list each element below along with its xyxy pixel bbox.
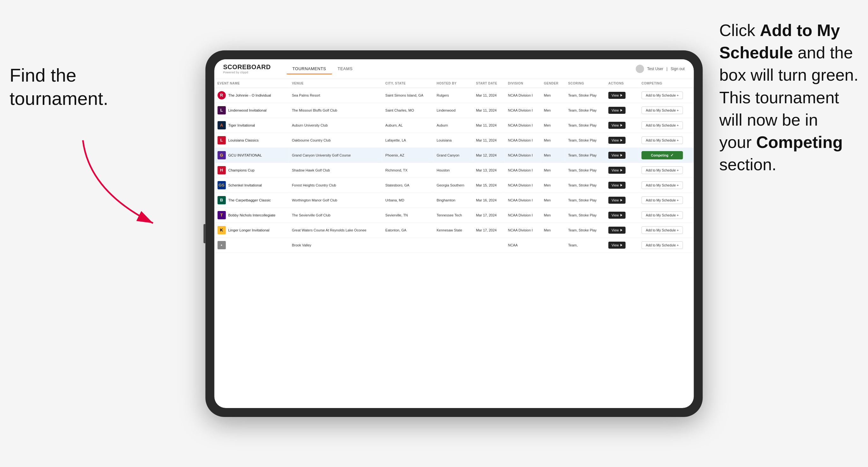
start-date-cell: Mar 12, 2024 — [473, 148, 505, 162]
logo-text: SCOREBOARD — [223, 64, 271, 70]
division-cell: NCAA Division I — [505, 133, 540, 148]
view-button[interactable]: View — [609, 122, 626, 129]
start-date-cell — [473, 238, 505, 252]
view-button[interactable]: View — [609, 197, 626, 204]
hosted-by-cell: Rutgers — [434, 88, 473, 103]
gender-cell: Men — [540, 88, 565, 103]
actions-cell: View — [605, 118, 639, 133]
scoring-cell: Team, Stroke Play — [565, 192, 605, 208]
venue-cell: The Missouri Bluffs Golf Club — [289, 103, 382, 118]
division-cell: NCAA Division I — [505, 222, 540, 238]
actions-cell: View — [605, 178, 639, 192]
left-arrow — [70, 134, 172, 236]
start-date-cell: Mar 11, 2024 — [473, 133, 505, 148]
tablet-frame: SCOREBOARD Powered by clippd TOURNAMENTS… — [205, 50, 703, 417]
event-name-cell: • — [214, 238, 289, 252]
city-state-cell: Phoenix, AZ — [382, 148, 434, 162]
tab-tournaments[interactable]: TOURNAMENTS — [286, 64, 332, 74]
scoring-cell: Team, Stroke Play — [565, 148, 605, 162]
actions-cell: View — [605, 222, 639, 238]
table-row: L Lindenwood Invitational The Missouri B… — [214, 103, 694, 118]
scoring-cell: Team, Stroke Play — [565, 178, 605, 192]
add-to-schedule-button[interactable]: Add to My Schedule + — [642, 211, 683, 219]
table-row: G GCU INVITATIONAL Grand Canyon Universi… — [214, 148, 694, 162]
add-to-schedule-button[interactable]: Add to My Schedule + — [642, 136, 683, 144]
play-icon — [620, 124, 622, 127]
view-button[interactable]: View — [609, 227, 626, 234]
division-cell: NCAA Division I — [505, 148, 540, 162]
view-button[interactable]: View — [609, 167, 626, 174]
gender-cell: Men — [540, 148, 565, 162]
venue-cell: The Sevierville Golf Club — [289, 208, 382, 222]
separator: | — [666, 67, 668, 71]
competing-cell: Add to My Schedule + — [639, 222, 694, 238]
tablet-screen: SCOREBOARD Powered by clippd TOURNAMENTS… — [214, 59, 694, 408]
side-button — [204, 224, 205, 243]
venue-cell: Grand Canyon University Golf Course — [289, 148, 382, 162]
view-button[interactable]: View — [609, 107, 626, 114]
city-state-cell: Lafayette, LA — [382, 133, 434, 148]
signout-link[interactable]: Sign out — [671, 67, 685, 71]
user-label: Test User — [647, 67, 663, 71]
competing-button[interactable]: Competing ✓ — [642, 151, 683, 159]
event-name-cell: L Louisiana Classics — [214, 133, 289, 148]
col-actions: ACTIONS — [605, 79, 639, 88]
start-date-cell: Mar 17, 2024 — [473, 208, 505, 222]
hosted-by-cell: Houston — [434, 162, 473, 178]
division-cell: NCAA Division I — [505, 88, 540, 103]
hosted-by-cell — [434, 238, 473, 252]
col-competing: COMPETING — [639, 79, 694, 88]
col-scoring: SCORING — [565, 79, 605, 88]
hosted-by-cell: Auburn — [434, 118, 473, 133]
division-cell: NCAA Division I — [505, 208, 540, 222]
team-logo: B — [217, 196, 226, 204]
gender-cell: Men — [540, 162, 565, 178]
view-button[interactable]: View — [609, 92, 626, 99]
tab-teams[interactable]: TEAMS — [332, 64, 358, 74]
view-button[interactable]: View — [609, 152, 626, 159]
table-container: EVENT NAME VENUE CITY, STATE HOSTED BY S… — [214, 79, 694, 408]
annotation-left: Find the tournament. — [9, 64, 108, 110]
start-date-cell: Mar 11, 2024 — [473, 118, 505, 133]
view-button[interactable]: View — [609, 182, 626, 189]
scoring-cell: Team, Stroke Play — [565, 222, 605, 238]
event-name-text: Lindenwood Invitational — [228, 108, 267, 112]
city-state-cell: Urbana, MD — [382, 192, 434, 208]
hosted-by-cell: Georgia Southern — [434, 178, 473, 192]
event-name-text: Louisiana Classics — [228, 138, 258, 142]
gender-cell: Men — [540, 178, 565, 192]
play-icon — [620, 214, 622, 216]
add-to-schedule-button[interactable]: Add to My Schedule + — [642, 106, 683, 114]
view-button[interactable]: View — [609, 212, 626, 219]
city-state-cell — [382, 238, 434, 252]
gender-cell: Men — [540, 208, 565, 222]
add-to-schedule-button[interactable]: Add to My Schedule + — [642, 196, 683, 204]
add-to-schedule-button[interactable]: Add to My Schedule + — [642, 181, 683, 189]
competing-cell: Add to My Schedule + — [639, 192, 694, 208]
col-gender: GENDER — [540, 79, 565, 88]
start-date-cell: Mar 11, 2024 — [473, 88, 505, 103]
play-icon — [620, 199, 622, 201]
event-name-text: Schenkel Invitational — [228, 183, 262, 187]
hosted-by-cell: Lindenwood — [434, 103, 473, 118]
city-state-cell: Eatonton, GA — [382, 222, 434, 238]
event-name-text: Linger Longer Invitational — [228, 228, 269, 232]
table-row: L Louisiana Classics Oakbourne Country C… — [214, 133, 694, 148]
city-state-cell: Auburn, AL — [382, 118, 434, 133]
add-to-schedule-button[interactable]: Add to My Schedule + — [642, 121, 683, 129]
col-venue: VENUE — [289, 79, 382, 88]
event-name-text: The Carpetbagger Classic — [228, 198, 271, 202]
gender-cell: Men — [540, 118, 565, 133]
add-to-schedule-button[interactable]: Add to My Schedule + — [642, 92, 683, 99]
header-right: Test User | Sign out — [636, 65, 685, 73]
add-to-schedule-button[interactable]: Add to My Schedule + — [642, 241, 683, 249]
table-row: A Tiger Invitational Auburn University C… — [214, 118, 694, 133]
competing-cell: Add to My Schedule + — [639, 238, 694, 252]
actions-cell: View — [605, 238, 639, 252]
view-button[interactable]: View — [609, 242, 626, 249]
table-row: • Brook ValleyNCAATeam, View Add to My S… — [214, 238, 694, 252]
add-to-schedule-button[interactable]: Add to My Schedule + — [642, 166, 683, 174]
view-button[interactable]: View — [609, 137, 626, 144]
logo-area: SCOREBOARD Powered by clippd — [223, 64, 271, 74]
add-to-schedule-button[interactable]: Add to My Schedule + — [642, 226, 683, 234]
